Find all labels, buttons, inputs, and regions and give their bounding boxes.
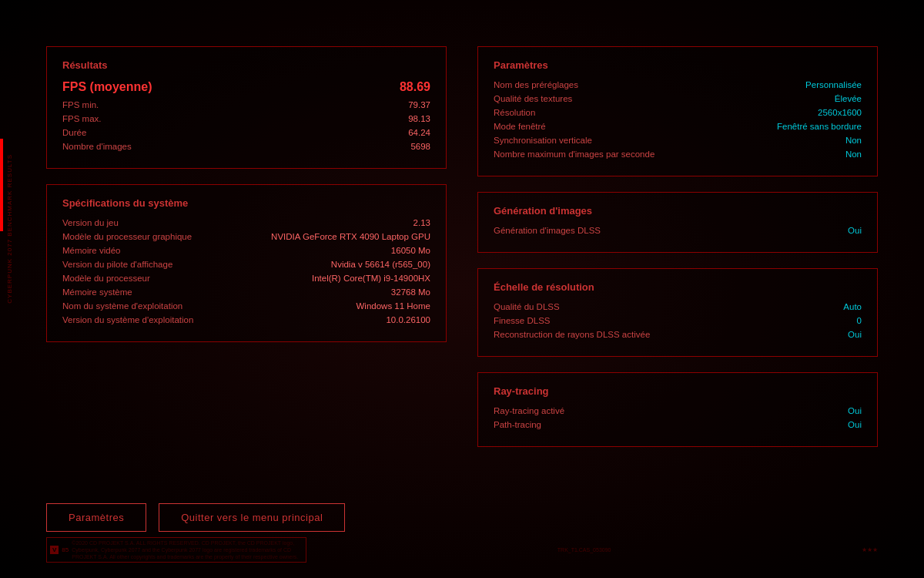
param-value-1: Élevée xyxy=(835,94,862,103)
spec-row-2: Mémoire vidéo 16050 Mo xyxy=(62,246,430,255)
gen-row-0: Génération d'images DLSS Oui xyxy=(494,226,862,235)
spec-row-5: Mémoire système 32768 Mo xyxy=(62,287,430,297)
spec-label-3: Version du pilote d'affichage xyxy=(62,260,172,269)
fps-min-value: 79.37 xyxy=(408,100,430,109)
echelle-value-0: Auto xyxy=(843,302,862,311)
spec-label-6: Nom du système d'exploitation xyxy=(62,301,182,311)
parametres-title: Paramètres xyxy=(494,59,862,71)
param-row-2: Résolution 2560x1600 xyxy=(494,108,862,117)
duree-value: 64.24 xyxy=(408,128,430,137)
spec-row-4: Modèle du processeur Intel(R) Core(TM) i… xyxy=(62,274,430,283)
images-label: Nombre d'images xyxy=(62,142,132,151)
fps-max-label: FPS max. xyxy=(62,114,101,123)
echelle-value-2: Oui xyxy=(848,330,862,339)
echelle-label-1: Finesse DLSS xyxy=(494,316,551,325)
echelle-label-0: Qualité du DLSS xyxy=(494,302,560,311)
param-label-0: Nom des préréglages xyxy=(494,80,578,89)
echelle-value-1: 0 xyxy=(857,316,862,325)
images-row: Nombre d'images 5698 xyxy=(62,142,430,151)
spec-label-0: Version du jeu xyxy=(62,218,119,227)
duree-label: Durée xyxy=(62,128,86,137)
param-value-2: 2560x1600 xyxy=(818,108,862,117)
rt-label-1: Path-tracing xyxy=(494,420,541,429)
param-label-5: Nombre maximum d'images par seconde xyxy=(494,150,654,159)
fps-min-row: FPS min. 79.37 xyxy=(62,100,430,109)
spec-value-5: 32768 Mo xyxy=(391,287,430,297)
echelle-section: Échelle de résolution Qualité du DLSS Au… xyxy=(477,268,878,357)
fps-main-row: FPS (moyenne) 88.69 xyxy=(62,80,430,94)
param-value-0: Personnalisée xyxy=(805,80,862,89)
spec-row-1: Modèle du processeur graphique NVIDIA Ge… xyxy=(62,232,430,241)
raytracing-section: Ray-tracing Ray-tracing activé Oui Path-… xyxy=(477,372,878,447)
spec-value-7: 10.0.26100 xyxy=(386,315,430,324)
raytracing-title: Ray-tracing xyxy=(494,385,862,397)
specifications-title: Spécifications du système xyxy=(62,197,430,209)
spec-row-7: Version du système d'exploitation 10.0.2… xyxy=(62,315,430,324)
spec-row-6: Nom du système d'exploitation Windows 11… xyxy=(62,301,430,311)
param-row-4: Synchronisation verticale Non xyxy=(494,136,862,145)
spec-label-7: Version du système d'exploitation xyxy=(62,315,193,324)
right-column: Paramètres Nom des préréglages Personnal… xyxy=(477,46,878,462)
spec-value-6: Windows 11 Home xyxy=(356,301,430,311)
echelle-title: Échelle de résolution xyxy=(494,281,862,293)
spec-label-2: Mémoire vidéo xyxy=(62,246,120,255)
param-row-1: Qualité des textures Élevée xyxy=(494,94,862,103)
spec-value-2: 16050 Mo xyxy=(391,246,430,255)
param-label-4: Synchronisation verticale xyxy=(494,136,592,145)
param-value-4: Non xyxy=(845,136,862,145)
duree-row: Durée 64.24 xyxy=(62,128,430,137)
spec-value-4: Intel(R) Core(TM) i9-14900HX xyxy=(312,274,430,283)
rt-value-1: Oui xyxy=(848,420,862,429)
param-label-2: Résolution xyxy=(494,108,535,117)
generation-title: Génération d'images xyxy=(494,205,862,217)
param-label-1: Qualité des textures xyxy=(494,94,572,103)
generation-section: Génération d'images Génération d'images … xyxy=(477,192,878,253)
spec-label-1: Modèle du processeur graphique xyxy=(62,232,192,241)
left-column: Résultats FPS (moyenne) 88.69 FPS min. 7… xyxy=(46,46,447,462)
spec-label-4: Modèle du processeur xyxy=(62,274,150,283)
spec-row-3: Version du pilote d'affichage Nvidia v 5… xyxy=(62,260,430,269)
echelle-row-2: Reconstruction de rayons DLSS activée Ou… xyxy=(494,330,862,339)
fps-main-value: 88.69 xyxy=(400,80,430,94)
param-value-3: Fenêtré sans bordure xyxy=(777,122,862,131)
parametres-section: Paramètres Nom des préréglages Personnal… xyxy=(477,46,878,176)
specifications-section: Spécifications du système Version du jeu… xyxy=(46,184,447,342)
param-row-0: Nom des préréglages Personnalisée xyxy=(494,80,862,89)
gen-label-0: Génération d'images DLSS xyxy=(494,226,601,235)
resultats-section: Résultats FPS (moyenne) 88.69 FPS min. 7… xyxy=(46,46,447,169)
fps-max-value: 98.13 xyxy=(408,114,430,123)
fps-min-label: FPS min. xyxy=(62,100,99,109)
param-label-3: Mode fenêtré xyxy=(494,122,546,131)
spec-label-5: Mémoire système xyxy=(62,287,132,297)
spec-value-3: Nvidia v 56614 (r565_00) xyxy=(331,260,430,269)
rt-label-0: Ray-tracing activé xyxy=(494,406,564,415)
spec-value-0: 2.13 xyxy=(413,218,430,227)
echelle-row-0: Qualité du DLSS Auto xyxy=(494,302,862,311)
images-value: 5698 xyxy=(410,142,430,151)
fps-max-row: FPS max. 98.13 xyxy=(62,114,430,123)
param-row-5: Nombre maximum d'images par seconde Non xyxy=(494,150,862,159)
spec-value-1: NVIDIA GeForce RTX 4090 Laptop GPU xyxy=(271,232,430,241)
fps-main-label: FPS (moyenne) xyxy=(62,80,152,94)
rt-row-1: Path-tracing Oui xyxy=(494,420,862,429)
rt-row-0: Ray-tracing activé Oui xyxy=(494,406,862,415)
columns-layout: Résultats FPS (moyenne) 88.69 FPS min. 7… xyxy=(46,46,878,462)
param-value-5: Non xyxy=(845,150,862,159)
main-content: Résultats FPS (moyenne) 88.69 FPS min. 7… xyxy=(0,0,924,578)
echelle-label-2: Reconstruction de rayons DLSS activée xyxy=(494,330,650,339)
gen-value-0: Oui xyxy=(848,226,862,235)
param-row-3: Mode fenêtré Fenêtré sans bordure xyxy=(494,122,862,131)
spec-row-0: Version du jeu 2.13 xyxy=(62,218,430,227)
echelle-row-1: Finesse DLSS 0 xyxy=(494,316,862,325)
rt-value-0: Oui xyxy=(848,406,862,415)
resultats-title: Résultats xyxy=(62,59,430,71)
